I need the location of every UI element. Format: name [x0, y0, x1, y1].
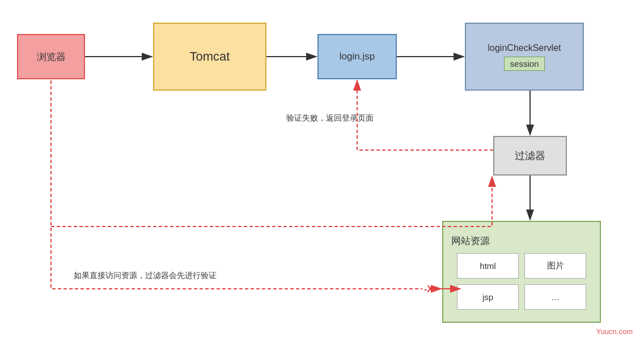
diagram: 浏览器 Tomcat login.jsp loginCheckServlet s… [0, 0, 644, 346]
resources-label: 网站资源 [451, 234, 490, 247]
filter-box: 过滤器 [493, 136, 567, 176]
browser-label: 浏览器 [37, 50, 66, 63]
resource-jsp: jsp [457, 284, 519, 310]
svg-text:-X: -X [424, 284, 433, 294]
tomcat-box: Tomcat [153, 23, 266, 91]
resources-box: 网站资源 html 图片 jsp … [442, 221, 601, 323]
watermark: Yuucn.com [596, 327, 633, 336]
session-box: session [504, 57, 545, 71]
direct-access-label: 如果直接访问资源，过滤器会先进行验证 [74, 271, 217, 281]
login-box: login.jsp [317, 34, 397, 79]
resource-html: html [457, 253, 519, 279]
filter-label: 过滤器 [515, 149, 545, 163]
browser-box: 浏览器 [17, 34, 85, 79]
resource-etc: … [524, 284, 586, 310]
servlet-label: loginCheckServlet [488, 43, 561, 53]
session-label: session [510, 59, 539, 69]
resources-grid: html 图片 jsp … [451, 253, 592, 310]
servlet-box: loginCheckServlet session [465, 23, 584, 91]
auth-fail-label: 验证失败，返回登录页面 [286, 113, 374, 123]
resource-image: 图片 [524, 253, 586, 279]
tomcat-label: Tomcat [190, 49, 230, 64]
login-label: login.jsp [340, 51, 375, 62]
